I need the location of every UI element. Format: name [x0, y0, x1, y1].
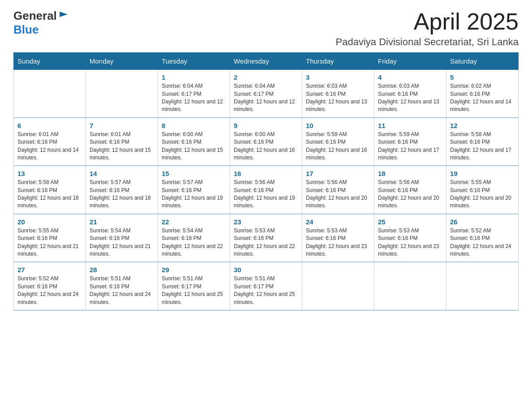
calendar-cell: 20Sunrise: 5:55 AMSunset: 6:16 PMDayligh…	[14, 214, 86, 262]
calendar-cell: 1Sunrise: 6:04 AMSunset: 6:17 PMDaylight…	[158, 70, 230, 118]
month-year-title: April 2025	[336, 9, 519, 34]
logo: General Blue	[13, 9, 70, 37]
calendar-cell: 24Sunrise: 5:53 AMSunset: 6:16 PMDayligh…	[302, 214, 374, 262]
calendar-cell: 25Sunrise: 5:53 AMSunset: 6:16 PMDayligh…	[374, 214, 446, 262]
day-number: 3	[306, 73, 370, 81]
location-subtitle: Padaviya Divisional Secretariat, Sri Lan…	[336, 36, 519, 48]
day-number: 26	[450, 218, 515, 226]
day-info: Sunrise: 6:03 AMSunset: 6:16 PMDaylight:…	[378, 82, 442, 114]
day-info: Sunrise: 6:04 AMSunset: 6:17 PMDaylight:…	[162, 82, 226, 114]
calendar-cell: 23Sunrise: 5:53 AMSunset: 6:16 PMDayligh…	[230, 214, 302, 262]
calendar-cell: 9Sunrise: 6:00 AMSunset: 6:16 PMDaylight…	[230, 118, 302, 166]
day-number: 1	[162, 73, 226, 81]
weekday-header-monday: Monday	[86, 53, 158, 70]
day-number: 15	[162, 170, 226, 177]
day-number: 7	[90, 122, 154, 129]
day-info: Sunrise: 6:01 AMSunset: 6:16 PMDaylight:…	[17, 131, 82, 162]
day-info: Sunrise: 5:51 AMSunset: 6:17 PMDaylight:…	[234, 275, 298, 306]
day-info: Sunrise: 5:56 AMSunset: 6:16 PMDaylight:…	[234, 179, 298, 210]
svg-marker-0	[60, 12, 68, 17]
day-info: Sunrise: 5:59 AMSunset: 6:16 PMDaylight:…	[306, 131, 370, 162]
calendar-cell: 13Sunrise: 5:58 AMSunset: 6:16 PMDayligh…	[14, 166, 86, 214]
day-info: Sunrise: 5:53 AMSunset: 6:16 PMDaylight:…	[378, 227, 442, 258]
day-number: 22	[162, 218, 226, 226]
calendar-cell: 3Sunrise: 6:03 AMSunset: 6:16 PMDaylight…	[302, 70, 374, 118]
calendar-cell: 22Sunrise: 5:54 AMSunset: 6:16 PMDayligh…	[158, 214, 230, 262]
day-number: 10	[306, 122, 370, 129]
day-info: Sunrise: 5:53 AMSunset: 6:16 PMDaylight:…	[234, 227, 298, 258]
page-header: General Blue April 2025 Padaviya Divisio…	[13, 9, 519, 48]
calendar-cell	[446, 262, 519, 310]
day-number: 13	[17, 170, 82, 177]
day-info: Sunrise: 6:00 AMSunset: 6:16 PMDaylight:…	[234, 131, 298, 162]
calendar-cell: 4Sunrise: 6:03 AMSunset: 6:16 PMDaylight…	[374, 70, 446, 118]
day-number: 18	[378, 170, 442, 177]
logo-general-text: General	[13, 9, 57, 23]
day-info: Sunrise: 5:55 AMSunset: 6:16 PMDaylight:…	[450, 179, 515, 210]
weekday-header-thursday: Thursday	[302, 53, 374, 70]
logo-blue-text: Blue	[13, 23, 39, 37]
calendar-cell: 28Sunrise: 5:51 AMSunset: 6:16 PMDayligh…	[86, 262, 158, 310]
title-section: April 2025 Padaviya Divisional Secretari…	[336, 9, 519, 48]
calendar-cell: 8Sunrise: 6:00 AMSunset: 6:16 PMDaylight…	[158, 118, 230, 166]
day-number: 14	[90, 170, 154, 177]
day-number: 11	[378, 122, 442, 129]
day-info: Sunrise: 5:57 AMSunset: 6:16 PMDaylight:…	[162, 179, 226, 210]
day-info: Sunrise: 5:56 AMSunset: 6:16 PMDaylight:…	[306, 179, 370, 210]
day-info: Sunrise: 5:52 AMSunset: 6:16 PMDaylight:…	[17, 275, 82, 306]
calendar-cell: 11Sunrise: 5:59 AMSunset: 6:16 PMDayligh…	[374, 118, 446, 166]
day-info: Sunrise: 6:02 AMSunset: 6:16 PMDaylight:…	[450, 82, 515, 114]
calendar-cell: 18Sunrise: 5:56 AMSunset: 6:16 PMDayligh…	[374, 166, 446, 214]
day-number: 23	[234, 218, 298, 226]
weekday-header-row: SundayMondayTuesdayWednesdayThursdayFrid…	[14, 53, 519, 70]
calendar-cell: 15Sunrise: 5:57 AMSunset: 6:16 PMDayligh…	[158, 166, 230, 214]
calendar-cell: 17Sunrise: 5:56 AMSunset: 6:16 PMDayligh…	[302, 166, 374, 214]
day-number: 5	[450, 73, 515, 81]
day-number: 24	[306, 218, 370, 226]
day-number: 9	[234, 122, 298, 129]
weekday-header-wednesday: Wednesday	[230, 53, 302, 70]
calendar-cell: 29Sunrise: 5:51 AMSunset: 6:17 PMDayligh…	[158, 262, 230, 310]
day-number: 17	[306, 170, 370, 177]
day-info: Sunrise: 5:54 AMSunset: 6:16 PMDaylight:…	[90, 227, 154, 258]
calendar-cell: 26Sunrise: 5:52 AMSunset: 6:16 PMDayligh…	[446, 214, 519, 262]
calendar-cell: 7Sunrise: 6:01 AMSunset: 6:16 PMDaylight…	[86, 118, 158, 166]
day-number: 27	[17, 266, 82, 274]
day-number: 30	[234, 266, 298, 274]
day-info: Sunrise: 5:58 AMSunset: 6:16 PMDaylight:…	[17, 179, 82, 210]
calendar-cell: 19Sunrise: 5:55 AMSunset: 6:16 PMDayligh…	[446, 166, 519, 214]
calendar-cell: 16Sunrise: 5:56 AMSunset: 6:16 PMDayligh…	[230, 166, 302, 214]
day-number: 12	[450, 122, 515, 129]
day-info: Sunrise: 6:00 AMSunset: 6:16 PMDaylight:…	[162, 131, 226, 162]
day-info: Sunrise: 5:51 AMSunset: 6:16 PMDaylight:…	[90, 275, 154, 306]
day-number: 16	[234, 170, 298, 177]
day-number: 25	[378, 218, 442, 226]
calendar-cell: 27Sunrise: 5:52 AMSunset: 6:16 PMDayligh…	[14, 262, 86, 310]
day-info: Sunrise: 5:55 AMSunset: 6:16 PMDaylight:…	[17, 227, 82, 258]
day-number: 4	[378, 73, 442, 81]
calendar-week-row: 20Sunrise: 5:55 AMSunset: 6:16 PMDayligh…	[14, 214, 519, 262]
calendar-cell	[86, 70, 158, 118]
day-info: Sunrise: 5:52 AMSunset: 6:16 PMDaylight:…	[450, 227, 515, 258]
day-info: Sunrise: 5:57 AMSunset: 6:16 PMDaylight:…	[90, 179, 154, 210]
day-info: Sunrise: 5:59 AMSunset: 6:16 PMDaylight:…	[378, 131, 442, 162]
day-info: Sunrise: 6:01 AMSunset: 6:16 PMDaylight:…	[90, 131, 154, 162]
day-info: Sunrise: 5:54 AMSunset: 6:16 PMDaylight:…	[162, 227, 226, 258]
calendar-cell	[14, 70, 86, 118]
calendar-cell: 10Sunrise: 5:59 AMSunset: 6:16 PMDayligh…	[302, 118, 374, 166]
day-number: 8	[162, 122, 226, 129]
calendar-cell: 5Sunrise: 6:02 AMSunset: 6:16 PMDaylight…	[446, 70, 519, 118]
weekday-header-saturday: Saturday	[446, 53, 519, 70]
calendar-cell	[302, 262, 374, 310]
calendar-cell: 14Sunrise: 5:57 AMSunset: 6:16 PMDayligh…	[86, 166, 158, 214]
calendar-week-row: 1Sunrise: 6:04 AMSunset: 6:17 PMDaylight…	[14, 70, 519, 118]
calendar-cell	[374, 262, 446, 310]
logo-flag-icon	[58, 10, 70, 22]
day-info: Sunrise: 6:03 AMSunset: 6:16 PMDaylight:…	[306, 82, 370, 114]
day-info: Sunrise: 6:04 AMSunset: 6:17 PMDaylight:…	[234, 82, 298, 114]
day-info: Sunrise: 5:56 AMSunset: 6:16 PMDaylight:…	[378, 179, 442, 210]
calendar-cell: 6Sunrise: 6:01 AMSunset: 6:16 PMDaylight…	[14, 118, 86, 166]
day-number: 28	[90, 266, 154, 274]
calendar-cell: 21Sunrise: 5:54 AMSunset: 6:16 PMDayligh…	[86, 214, 158, 262]
weekday-header-friday: Friday	[374, 53, 446, 70]
